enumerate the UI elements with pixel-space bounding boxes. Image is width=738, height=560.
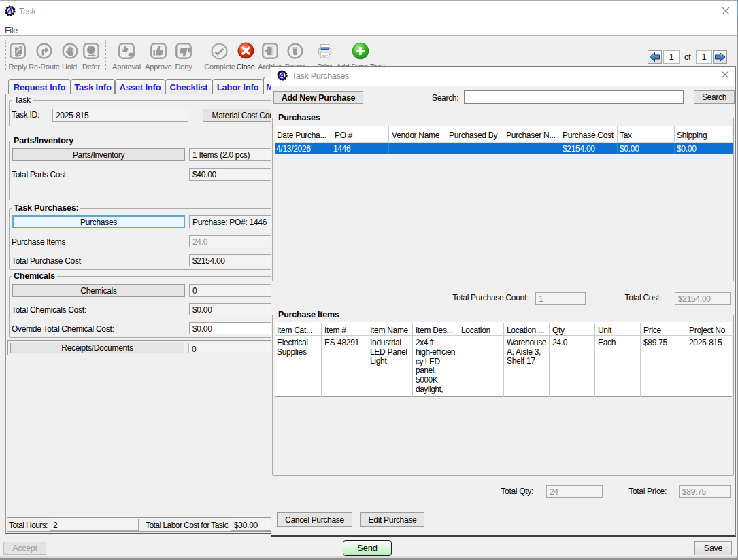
svg-text:A: A xyxy=(6,6,13,16)
svg-text:A: A xyxy=(278,71,285,81)
